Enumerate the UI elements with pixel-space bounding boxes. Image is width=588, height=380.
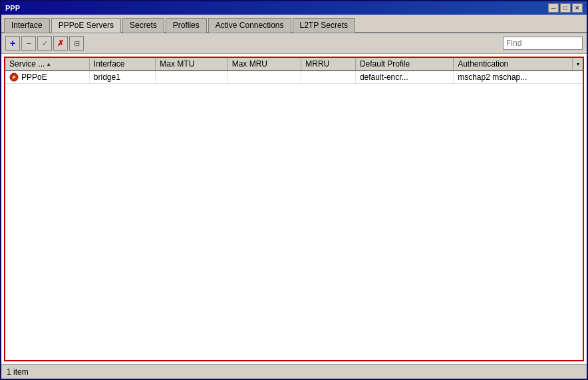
disable-button[interactable]: ✗	[53, 36, 68, 51]
main-window: PPP ─ □ ✕ Interface PPPoE Servers Secret…	[0, 0, 588, 380]
status-text: 1 item	[7, 367, 29, 377]
toolbar: + − ✓ ✗ ⊟	[1, 33, 587, 54]
tab-l2tp-secrets[interactable]: L2TP Secrets	[293, 18, 355, 33]
status-bar: 1 item	[1, 364, 587, 379]
cell-max-mtu	[156, 71, 227, 84]
table-header-row: Service ... ▲ Interface Max MTU Max MRU	[5, 58, 583, 71]
minus-icon: −	[26, 38, 31, 49]
cell-max-mru	[227, 71, 301, 84]
tab-active-connections[interactable]: Active Connections	[208, 18, 291, 33]
cell-default-profile: default-encr...	[355, 71, 453, 84]
x-icon: ✗	[57, 39, 64, 48]
table-wrapper: Service ... ▲ Interface Max MTU Max MRU	[4, 57, 584, 361]
col-service[interactable]: Service ... ▲	[5, 58, 89, 71]
find-input[interactable]	[503, 37, 583, 50]
minimize-button[interactable]: ─	[548, 3, 559, 13]
service-name: PPPoE	[21, 73, 47, 82]
col-max-mru[interactable]: Max MRU	[227, 58, 301, 71]
col-max-mtu[interactable]: Max MTU	[156, 58, 227, 71]
cell-service: P PPPoE	[5, 71, 89, 84]
window-title: PPP	[5, 4, 20, 12]
title-bar: PPP ─ □ ✕	[1, 1, 587, 15]
cell-interface: bridge1	[89, 71, 156, 84]
data-table: Service ... ▲ Interface Max MTU Max MRU	[5, 58, 583, 84]
svg-text:P: P	[13, 75, 16, 80]
enable-button[interactable]: ✓	[37, 36, 52, 51]
close-button[interactable]: ✕	[572, 3, 583, 13]
sort-arrow-icon: ▲	[46, 61, 51, 67]
cell-mrru	[301, 71, 356, 84]
maximize-button[interactable]: □	[560, 3, 571, 13]
columns-dropdown-button[interactable]: ▾	[572, 58, 583, 70]
col-default-profile[interactable]: Default Profile	[355, 58, 453, 71]
main-content: Service ... ▲ Interface Max MTU Max MRU	[1, 54, 587, 364]
find-field	[503, 37, 583, 50]
tab-profiles[interactable]: Profiles	[166, 18, 207, 33]
tab-bar: Interface PPPoE Servers Secrets Profiles…	[1, 15, 587, 33]
remove-button[interactable]: −	[21, 36, 36, 51]
tab-secrets[interactable]: Secrets	[122, 18, 164, 33]
tab-interface[interactable]: Interface	[4, 18, 50, 33]
col-interface[interactable]: Interface	[89, 58, 156, 71]
filter-button[interactable]: ⊟	[69, 36, 84, 51]
cell-authentication: mschap2 mschap...	[454, 71, 583, 84]
plus-icon: +	[10, 38, 15, 49]
col-authentication[interactable]: Authentication ▾	[454, 58, 583, 71]
window-controls: ─ □ ✕	[548, 3, 583, 13]
table-row[interactable]: P PPPoE bridge1default-encr...mschap2 ms…	[5, 71, 583, 84]
tab-pppoe-servers[interactable]: PPPoE Servers	[51, 18, 121, 33]
add-button[interactable]: +	[5, 36, 20, 51]
pppoe-icon: P	[9, 73, 19, 82]
check-icon: ✓	[42, 39, 48, 48]
filter-icon: ⊟	[74, 39, 80, 48]
col-mrru[interactable]: MRRU	[301, 58, 356, 71]
